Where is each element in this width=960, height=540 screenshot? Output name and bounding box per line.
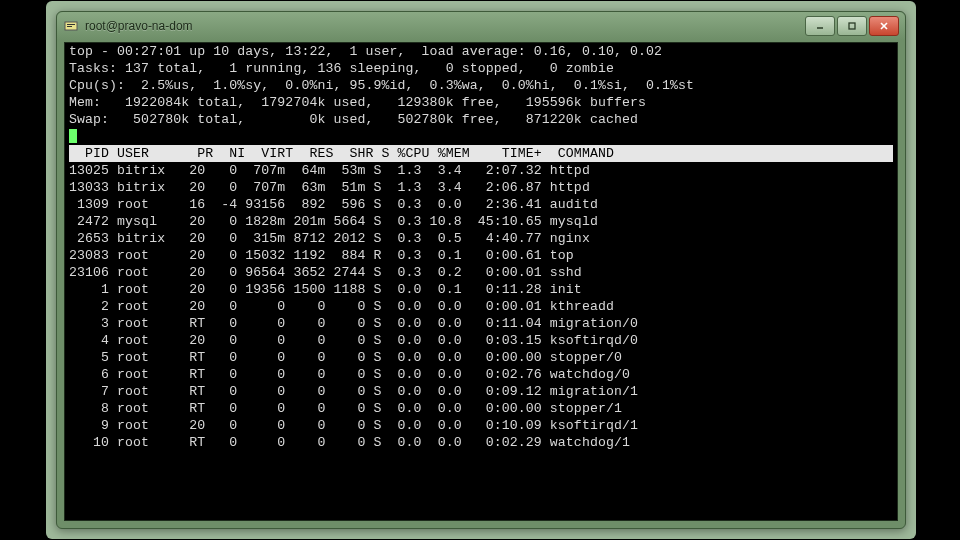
terminal-viewport[interactable]: top - 00:27:01 up 10 days, 13:22, 1 user… [64,42,898,521]
window-title: root@pravo-na-dom [85,19,193,33]
process-table-header: PID USER PR NI VIRT RES SHR S %CPU %MEM … [69,145,893,162]
titlebar[interactable]: root@pravo-na-dom [57,12,905,40]
putty-window: root@pravo-na-dom top - 00:27:01 up 10 d… [56,11,906,529]
svg-rect-4 [849,23,855,29]
putty-icon [63,18,79,34]
close-button[interactable] [869,16,899,36]
minimize-button[interactable] [805,16,835,36]
svg-rect-2 [67,26,72,27]
maximize-button[interactable] [837,16,867,36]
svg-rect-1 [67,24,75,25]
window-buttons [805,16,899,36]
terminal-cursor [69,129,77,143]
terminal-content: top - 00:27:01 up 10 days, 13:22, 1 user… [65,43,897,451]
